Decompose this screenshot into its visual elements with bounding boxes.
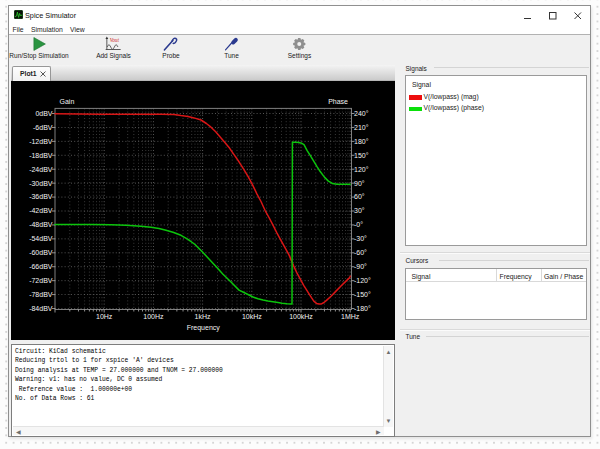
svg-text:-30dBV: -30dBV xyxy=(29,180,53,187)
console-vertical-scrollbar[interactable]: ▲ ▼ xyxy=(383,346,393,428)
toolbar: Run/Stop Simulation Vout Add Signals xyxy=(9,35,590,63)
tune-button[interactable]: Tune xyxy=(224,36,239,59)
cursors-section-label: Cursors xyxy=(406,257,429,264)
menu-simulation[interactable]: Simulation xyxy=(31,26,63,33)
svg-text:10Hz: 10Hz xyxy=(96,313,113,320)
run-icon xyxy=(9,36,68,51)
side-panel: Signals Signal V(/lowpass) (mag)V(/lowpa… xyxy=(400,63,590,437)
settings-label: Settings xyxy=(288,52,312,59)
svg-text:90°: 90° xyxy=(354,180,365,187)
cursors-tune-splitter[interactable] xyxy=(400,329,590,331)
settings-gear-icon xyxy=(288,36,312,51)
menu-file[interactable]: File xyxy=(13,26,24,33)
bode-plot[interactable]: 0dBV-6dBV-12dBV-18dBV-24dBV-30dBV-36dBV-… xyxy=(11,81,395,340)
minimize-button[interactable] xyxy=(515,6,540,25)
svg-text:100kHz: 100kHz xyxy=(289,313,313,320)
svg-text:-42dBV: -42dBV xyxy=(29,207,53,214)
svg-text:-18dBV: -18dBV xyxy=(29,152,53,159)
svg-text:-24dBV: -24dBV xyxy=(29,166,53,173)
signals-group-line xyxy=(434,67,589,68)
svg-text:150°: 150° xyxy=(354,152,369,159)
maximize-button[interactable] xyxy=(540,6,565,25)
signals-section-label: Signals xyxy=(406,65,427,72)
signals-list[interactable]: Signal V(/lowpass) (mag)V(/lowpass) (pha… xyxy=(405,75,587,246)
scroll-down-icon[interactable]: ▼ xyxy=(386,418,392,424)
console-output: Circuit: KiCad schematic Reducing trtol … xyxy=(15,347,223,405)
cursors-group-line xyxy=(439,260,589,261)
probe-label: Probe xyxy=(162,52,179,59)
tab-plot1[interactable]: Plot1 xyxy=(12,66,51,82)
tune-group-line xyxy=(426,336,589,337)
menu-bar: File Simulation View xyxy=(9,25,590,35)
svg-text:1MHz: 1MHz xyxy=(341,313,360,320)
svg-text:-60dBV: -60dBV xyxy=(29,249,53,256)
cursors-col-gainphase: Gain / Phase xyxy=(544,273,583,280)
title-bar[interactable]: Spice Simulator xyxy=(9,6,590,25)
tune-icon xyxy=(224,36,239,51)
svg-text:-60°: -60° xyxy=(354,249,367,256)
svg-text:-48dBV: -48dBV xyxy=(29,221,53,228)
app-icon xyxy=(14,10,23,19)
svg-text:100Hz: 100Hz xyxy=(143,313,164,320)
svg-text:Frequency: Frequency xyxy=(187,324,221,332)
svg-text:60°: 60° xyxy=(354,193,365,200)
add-signals-icon: Vout xyxy=(96,36,131,51)
add-signals-button[interactable]: Vout Add Signals xyxy=(96,36,131,59)
signal-name: V(/lowpass) (mag) xyxy=(424,93,479,100)
svg-text:1kHz: 1kHz xyxy=(195,313,211,320)
svg-text:-0°: -0° xyxy=(354,221,363,228)
svg-text:Phase: Phase xyxy=(328,98,348,105)
spice-simulator-window: Spice Simulator File Simulation View Run… xyxy=(8,5,591,437)
cursors-divider-2 xyxy=(541,269,542,283)
svg-text:-66dBV: -66dBV xyxy=(29,263,53,270)
scroll-up-icon[interactable]: ▲ xyxy=(386,349,392,355)
window-title: Spice Simulator xyxy=(25,11,76,20)
svg-text:-54dBV: -54dBV xyxy=(29,235,53,242)
svg-text:-84dBV: -84dBV xyxy=(29,305,53,312)
svg-text:-12dBV: -12dBV xyxy=(29,138,53,145)
svg-text:10kHz: 10kHz xyxy=(242,313,262,320)
vout-icon-text: Vout xyxy=(110,37,120,43)
tune-label: Tune xyxy=(224,52,239,59)
cursors-divider-1 xyxy=(496,269,497,283)
signal-name: V(/lowpass) (phase) xyxy=(424,104,484,111)
desktop-background: Spice Simulator File Simulation View Run… xyxy=(0,0,600,449)
tab-close-icon[interactable] xyxy=(40,71,46,77)
simulation-console[interactable]: Circuit: KiCad schematic Reducing trtol … xyxy=(11,344,395,438)
plot-tab-bar: Plot1 xyxy=(11,65,395,82)
svg-text:-30°: -30° xyxy=(354,235,367,242)
svg-text:30°: 30° xyxy=(354,207,365,214)
svg-text:-180°: -180° xyxy=(354,305,371,312)
tune-section-label: Tune xyxy=(406,333,421,340)
svg-text:240°: 240° xyxy=(354,110,369,117)
signal-color-swatch xyxy=(409,95,422,100)
probe-icon xyxy=(162,36,179,51)
run-stop-simulation-label: Run/Stop Simulation xyxy=(9,52,68,59)
svg-text:-36dBV: -36dBV xyxy=(29,193,53,200)
close-button[interactable] xyxy=(565,6,590,25)
add-signals-label: Add Signals xyxy=(96,52,131,59)
svg-text:0dBV: 0dBV xyxy=(35,110,52,117)
svg-text:-90°: -90° xyxy=(354,263,367,270)
svg-text:-72dBV: -72dBV xyxy=(29,277,53,284)
svg-text:120°: 120° xyxy=(354,166,369,173)
svg-text:-120°: -120° xyxy=(354,277,371,284)
console-horizontal-scrollbar[interactable]: ◀ ▶ xyxy=(13,426,384,435)
signal-color-swatch xyxy=(409,107,422,112)
signals-column-header: Signal xyxy=(412,81,431,88)
svg-text:-150°: -150° xyxy=(354,291,371,298)
cursors-col-signal: Signal xyxy=(412,273,431,280)
signals-cursors-splitter[interactable] xyxy=(400,252,590,254)
settings-button[interactable]: Settings xyxy=(288,36,312,59)
run-stop-simulation-button[interactable]: Run/Stop Simulation xyxy=(9,36,68,59)
scroll-right-icon[interactable]: ▶ xyxy=(376,429,381,435)
cursors-list[interactable]: Signal Frequency Gain / Phase xyxy=(405,268,587,320)
tab-plot1-label: Plot1 xyxy=(20,70,37,77)
probe-button[interactable]: Probe xyxy=(162,36,179,59)
menu-view[interactable]: View xyxy=(70,26,85,33)
svg-text:-78dBV: -78dBV xyxy=(29,291,53,298)
svg-text:180°: 180° xyxy=(354,138,369,145)
svg-text:210°: 210° xyxy=(354,124,369,131)
cursors-col-frequency: Frequency xyxy=(500,273,532,280)
scroll-left-icon[interactable]: ◀ xyxy=(16,429,21,435)
